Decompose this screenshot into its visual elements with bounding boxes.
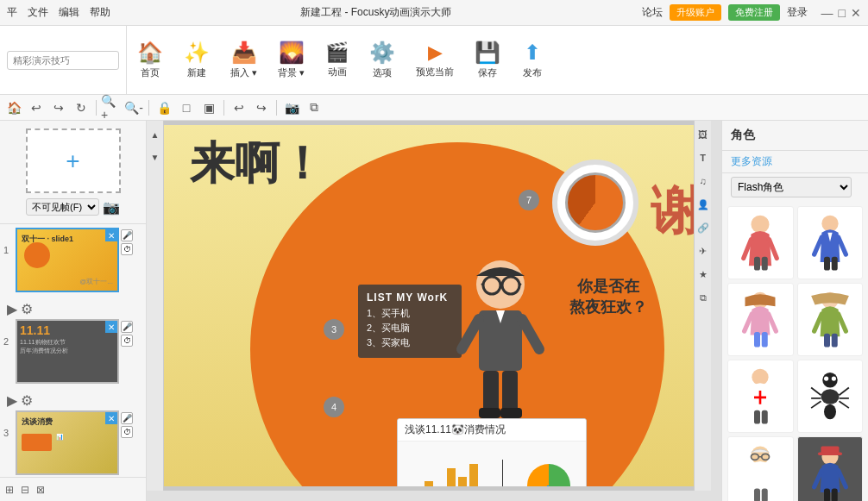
tb2-undo[interactable]: ↩ bbox=[26, 97, 47, 118]
maximize-button[interactable]: □ bbox=[839, 6, 846, 20]
bar-6 bbox=[469, 464, 478, 486]
svg-rect-40 bbox=[754, 410, 760, 423]
canvas-scrollbar-x[interactable] bbox=[147, 491, 711, 501]
slide-time-2[interactable]: ⏱ bbox=[121, 335, 133, 347]
main-area: + 不可见帧(F) 📷 1 ✕ 双十一 · slide1 @双十一 bbox=[0, 121, 868, 501]
bottom-list-icon[interactable]: ⊟ bbox=[21, 484, 29, 496]
svg-rect-13 bbox=[500, 408, 522, 418]
work-item-2: 2、买电脑 bbox=[367, 322, 453, 335]
canvas-tb-up[interactable]: ▲ bbox=[147, 124, 166, 145]
canvas-rt-star[interactable]: ★ bbox=[693, 264, 714, 285]
person-svg bbox=[449, 254, 552, 427]
right-panel: 角色 更多资源 Flash角色 PNG角色 动态角色 bbox=[721, 121, 868, 501]
tb2-rotate[interactable]: ↻ bbox=[71, 97, 91, 118]
tb2-lock[interactable]: 🔒 bbox=[154, 97, 174, 118]
more-resources-link[interactable]: 更多资源 bbox=[722, 151, 868, 173]
title-right: 论坛 升级账户 免费注册 登录 — □ ✕ bbox=[642, 4, 861, 21]
search-input[interactable] bbox=[7, 51, 119, 70]
char-item-2[interactable] bbox=[797, 206, 864, 279]
home-icon: 🏠 bbox=[137, 41, 163, 65]
slide-bottom-2: ▶ ⚙ bbox=[3, 391, 142, 410]
camera-icon[interactable]: 📷 bbox=[103, 199, 120, 216]
char-item-6[interactable] bbox=[797, 360, 864, 433]
animation-label: 动画 bbox=[328, 66, 347, 78]
add-slide-button[interactable]: + bbox=[26, 128, 121, 193]
tb2-copy[interactable]: ⧉ bbox=[304, 97, 324, 118]
tb2-square[interactable]: □ bbox=[176, 97, 197, 118]
slide-mic-1[interactable]: 🎤 bbox=[121, 229, 133, 241]
slide-thumb-2[interactable]: ✕ 11.11 11.11购物狂欢节 历年消费情况分析 bbox=[16, 319, 119, 384]
save-button[interactable]: 💾 保存 bbox=[464, 26, 511, 94]
upgrade-button[interactable]: 升级账户 bbox=[670, 4, 721, 21]
canvas-rt-text[interactable]: T bbox=[693, 147, 714, 168]
frame-select[interactable]: 不可见帧(F) bbox=[26, 198, 99, 216]
menu-edit[interactable]: 编辑 bbox=[59, 5, 79, 20]
tb2-camera[interactable]: 📷 bbox=[281, 97, 302, 118]
close-button[interactable]: ✕ bbox=[851, 6, 861, 20]
svg-point-19 bbox=[821, 215, 838, 231]
char-item-1[interactable] bbox=[727, 206, 794, 279]
slide-time-3[interactable]: ⏱ bbox=[121, 426, 133, 438]
canvas-rt-img[interactable]: 🖼 bbox=[693, 124, 714, 145]
canvas-rt-plane[interactable]: ✈ bbox=[693, 241, 714, 261]
slide-mic-2[interactable]: 🎤 bbox=[121, 321, 133, 333]
slide-settings-2[interactable]: ⚙ bbox=[21, 392, 33, 409]
right-panel-header: 角色 bbox=[722, 121, 868, 151]
work-box: LIST MY WorK 1、买手机 2、买电脑 3、买家电 bbox=[358, 285, 462, 358]
char-item-7[interactable] bbox=[727, 436, 794, 501]
tb2-zoomin[interactable]: 🔍+ bbox=[101, 97, 122, 118]
animation-button[interactable]: 🎬 动画 bbox=[315, 26, 359, 94]
new-button[interactable]: ✨ 新建 bbox=[173, 26, 220, 94]
slide-num-2: 2 bbox=[3, 336, 16, 347]
char-item-5[interactable] bbox=[727, 360, 794, 433]
char-item-8[interactable] bbox=[797, 436, 864, 501]
svg-line-38 bbox=[745, 391, 752, 408]
register-button[interactable]: 免费注册 bbox=[728, 4, 780, 21]
tb2-forward[interactable]: ↪ bbox=[251, 97, 272, 118]
bottom-panel: ⊞ ⊟ ⊠ bbox=[0, 477, 146, 501]
slide-mic-3[interactable]: 🎤 bbox=[121, 412, 133, 424]
menu-help[interactable]: 帮助 bbox=[90, 5, 110, 20]
tb2-zoomout[interactable]: 🔍- bbox=[123, 97, 144, 118]
char-item-4[interactable] bbox=[797, 283, 864, 356]
svg-line-4 bbox=[481, 284, 483, 285]
slide-thumb-1[interactable]: ✕ 双十一 · slide1 @双十一... bbox=[16, 228, 119, 292]
resource-type-select[interactable]: Flash角色 PNG角色 动态角色 bbox=[731, 177, 852, 197]
preview-icon: ▶ bbox=[428, 41, 443, 64]
canvas-scrollbar-y[interactable] bbox=[711, 121, 721, 501]
slide-item-1: 1 ✕ 双十一 · slide1 @双十一... 🎤 ⏱ bbox=[3, 228, 142, 319]
canvas-rt-people[interactable]: 👤 bbox=[693, 194, 714, 215]
forum-link[interactable]: 论坛 bbox=[642, 5, 663, 20]
tb2-redo[interactable]: ↪ bbox=[48, 97, 69, 118]
menu-file[interactable]: 文件 bbox=[28, 5, 48, 20]
preview-button[interactable]: ▶ 预览当前 bbox=[406, 26, 464, 94]
background-button[interactable]: 🌄 背景 ▾ bbox=[267, 26, 315, 94]
tb2-square2[interactable]: ▣ bbox=[198, 97, 219, 118]
canvas-rt-music[interactable]: ♫ bbox=[693, 171, 714, 191]
slide-thumb-3[interactable]: ✕ 浅谈消费 📊 bbox=[16, 410, 119, 475]
canvas-rt-layers[interactable]: ⧉ bbox=[693, 287, 714, 308]
insert-button[interactable]: 📥 插入 ▾ bbox=[220, 26, 267, 94]
svg-point-52 bbox=[832, 376, 836, 380]
canvas-tb-down[interactable]: ▼ bbox=[147, 147, 166, 167]
publish-button[interactable]: ⬆ 发布 bbox=[511, 26, 554, 94]
options-button[interactable]: ⚙️ 选项 bbox=[359, 26, 406, 94]
svg-point-51 bbox=[824, 376, 828, 380]
tb2-back[interactable]: ↩ bbox=[229, 97, 249, 118]
minimize-button[interactable]: — bbox=[821, 6, 833, 20]
slide-play-1[interactable]: ▶ bbox=[7, 301, 17, 317]
slide-play-2[interactable]: ▶ bbox=[7, 392, 17, 409]
slide-time-1[interactable]: ⏱ bbox=[121, 243, 133, 255]
canvas-rt-link[interactable]: 🔗 bbox=[693, 217, 714, 238]
char-item-3[interactable] bbox=[727, 283, 794, 356]
svg-line-21 bbox=[814, 237, 821, 254]
login-link[interactable]: 登录 bbox=[787, 5, 808, 20]
home-button[interactable]: 🏠 首页 bbox=[127, 26, 173, 94]
bottom-close-icon[interactable]: ⊠ bbox=[36, 484, 45, 496]
save-icon: 💾 bbox=[475, 41, 500, 65]
slide-add-area: + 不可见帧(F) 📷 bbox=[0, 121, 146, 224]
tb2-home[interactable]: 🏠 bbox=[3, 97, 24, 118]
svg-line-32 bbox=[838, 314, 846, 331]
bottom-grid-icon[interactable]: ⊞ bbox=[5, 484, 14, 496]
slide-settings-1[interactable]: ⚙ bbox=[21, 301, 33, 317]
